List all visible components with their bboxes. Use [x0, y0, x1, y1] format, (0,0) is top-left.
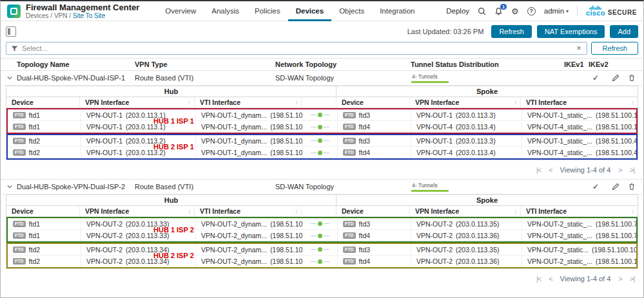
tunnel-row[interactable]: FTDftd1 VPN-OUT-2(203.0.113.33) VPN-OUT-… — [8, 218, 636, 230]
hub-device-name: ftd2 — [29, 257, 41, 265]
tunnel-row[interactable]: FTDftd1 VPN-OUT-2(203.0.113.33) VPN-OUT-… — [8, 230, 636, 241]
spoke-vpn-name: VPN-OUT-2 — [416, 246, 453, 254]
filter-select-input[interactable] — [22, 44, 571, 52]
col-tunnel-status — [302, 206, 337, 216]
hub-vti-ip: (198.51.100.3) — [270, 220, 303, 228]
collapse-chevron-icon[interactable] — [6, 183, 13, 190]
vpn-type-value: Route Based (VTI) — [130, 183, 270, 191]
col-hub-vti-interface[interactable]: VTI Interface↕ — [195, 206, 302, 216]
col-spoke-vpn-interface[interactable]: VPN Interface↕ — [410, 206, 521, 216]
nav-analysis[interactable]: Analysis — [204, 1, 247, 21]
tunnel-status-cell: 4- Tunnels — [405, 73, 559, 83]
edit-pencil-icon[interactable] — [612, 74, 620, 82]
breadcrumb-current[interactable]: Site To Site — [73, 12, 105, 19]
col-spoke-vti-interface[interactable]: VTI Interface↕ — [521, 97, 638, 107]
hub-vpn-name: VPN-OUT-1 — [86, 111, 122, 119]
tunnel-row[interactable]: FTDftd2 VPN-OUT-2(203.0.113.34) VPN-OUT-… — [8, 256, 636, 267]
delete-trash-icon[interactable] — [628, 74, 636, 82]
hub-device-name: ftd1 — [29, 220, 41, 228]
tunnel-row[interactable]: FTDftd2 VPN-OUT-1(203.0.113.2) VPN-OUT-1… — [8, 147, 636, 158]
notifications-bell-icon[interactable]: 1 — [494, 7, 503, 15]
spoke-vti-name: VPN-OUT-2_static_... — [527, 232, 592, 239]
first-page-icon[interactable]: |< — [536, 166, 541, 174]
prev-page-icon[interactable]: < — [549, 275, 552, 283]
tunnel-up-dot — [318, 259, 322, 264]
notification-badge: 1 — [500, 4, 507, 10]
tunnel-up-dot — [318, 138, 322, 143]
col-hub-vti-interface[interactable]: VTI Interface↕ — [195, 97, 302, 107]
nav-policies[interactable]: Policies — [247, 1, 288, 21]
device-type-badge: FTD — [343, 258, 356, 265]
annotation-label: HUB 1 ISP 2 — [153, 226, 194, 234]
delete-trash-icon[interactable] — [628, 183, 636, 191]
prev-page-icon[interactable]: < — [549, 166, 552, 174]
nav-overview[interactable]: Overview — [157, 1, 204, 21]
sort-icon: ↕ — [188, 208, 191, 214]
filter-select-box[interactable]: × — [6, 42, 587, 55]
tunnel-distribution-bar — [411, 190, 449, 192]
last-page-icon[interactable]: >| — [630, 166, 634, 174]
add-button[interactable]: Add — [610, 25, 638, 38]
filter-refresh-button[interactable]: Refresh — [591, 42, 638, 55]
col-hub-vpn-interface[interactable]: VPN Interface↕ — [80, 97, 195, 107]
last-page-icon[interactable]: >| — [630, 275, 634, 283]
refresh-button[interactable]: Refresh — [491, 25, 532, 38]
collapse-panel-icon[interactable] — [6, 26, 16, 37]
nav-objects[interactable]: Objects — [331, 1, 372, 21]
col-hub-device[interactable]: Device — [6, 97, 80, 107]
fmc-logo-icon — [7, 5, 21, 18]
tunnel-row[interactable]: FTDftd2 VPN-OUT-1(203.0.113.2) VPN-OUT-1… — [8, 135, 636, 147]
tunnel-row[interactable]: FTDftd1 VPN-OUT-1(203.0.113.1) VPN-OUT-1… — [8, 109, 636, 121]
hub-spoke-table: Hub Spoke Device VPN Interface↕ VTI Inte… — [6, 86, 638, 160]
col-hub-vpn-interface[interactable]: VPN Interface↕ — [80, 206, 195, 216]
tunnel-row[interactable]: FTDftd1 VPN-OUT-1(203.0.113.1) VPN-OUT-1… — [8, 121, 636, 133]
device-type-badge: FTD — [343, 124, 356, 130]
hub-vti-ip: (198.51.100.4) — [270, 257, 303, 265]
spoke-device-name: ftd3 — [359, 111, 371, 119]
nav-devices[interactable]: Devices — [288, 1, 331, 21]
help-icon[interactable]: ? — [527, 7, 536, 15]
first-page-icon[interactable]: |< — [536, 275, 541, 283]
col-spoke-vpn-interface[interactable]: VPN Interface↕ — [410, 97, 521, 107]
col-spoke-device[interactable]: Device — [337, 206, 410, 216]
col-hub-device[interactable]: Device — [6, 206, 80, 216]
search-icon[interactable] — [478, 7, 486, 15]
nat-exemptions-button[interactable]: NAT Exemptions — [537, 25, 605, 38]
tunnel-row[interactable]: FTDftd2 VPN-OUT-2(203.0.113.34) VPN-OUT-… — [8, 244, 636, 256]
user-name: admin — [544, 7, 564, 15]
spoke-device-name: ftd4 — [359, 257, 371, 265]
col-topology-name: Topology Name — [1, 61, 130, 68]
hub-vti-ip: (198.51.100.4) — [270, 246, 303, 254]
next-page-icon[interactable]: > — [618, 166, 621, 174]
spoke-vti-name: VPN-OUT-1_static_... — [527, 111, 592, 119]
hub-vti-name: VPN-OUT-1_dynam... — [201, 137, 267, 145]
hub-vpn-name: VPN-OUT-2 — [86, 220, 122, 228]
nav-integration[interactable]: Integration — [372, 1, 422, 21]
clear-filter-icon[interactable]: × — [575, 44, 582, 53]
col-spoke-vti-interface[interactable]: VTI Interface↕ — [521, 206, 638, 216]
user-menu[interactable]: admin ▾ — [544, 7, 569, 15]
device-type-badge: FTD — [343, 221, 356, 227]
col-tunnel-status — [302, 97, 337, 107]
device-type-badge: FTD — [343, 149, 356, 156]
hub-device-name: ftd1 — [29, 123, 41, 131]
annotation-box-hub1-isp2: HUB 1 ISP 2 FTDftd1 VPN-OUT-2(203.0.113.… — [6, 217, 638, 243]
hub-vti-name: VPN-OUT-1_dynam... — [201, 123, 267, 131]
collapse-chevron-icon[interactable] — [6, 75, 13, 81]
device-type-badge: FTD — [343, 232, 356, 239]
annotation-box-hub2-isp1: HUB 2 ISP 1 FTDftd2 VPN-OUT-1(203.0.113.… — [6, 134, 638, 160]
next-page-icon[interactable]: > — [618, 275, 621, 283]
col-spoke-device[interactable]: Device — [337, 97, 410, 107]
edit-pencil-icon[interactable] — [612, 183, 620, 191]
tunnel-count-label: 4- Tunnels — [411, 73, 559, 80]
sort-icon: ↕ — [514, 208, 518, 214]
chevron-down-icon: ▾ — [566, 8, 569, 14]
sort-icon: ↕ — [295, 208, 298, 214]
gear-icon[interactable]: ⚙ — [511, 6, 519, 16]
cisco-wordmark: cisco — [586, 10, 605, 17]
spoke-vpn-name: VPN-OUT-4 — [416, 123, 453, 131]
deploy-button[interactable]: Deploy — [446, 7, 469, 15]
device-type-badge: FTD — [13, 258, 26, 265]
filter-funnel-icon — [11, 45, 18, 52]
vpn-type-value: Route Based (VTI) — [130, 74, 270, 82]
